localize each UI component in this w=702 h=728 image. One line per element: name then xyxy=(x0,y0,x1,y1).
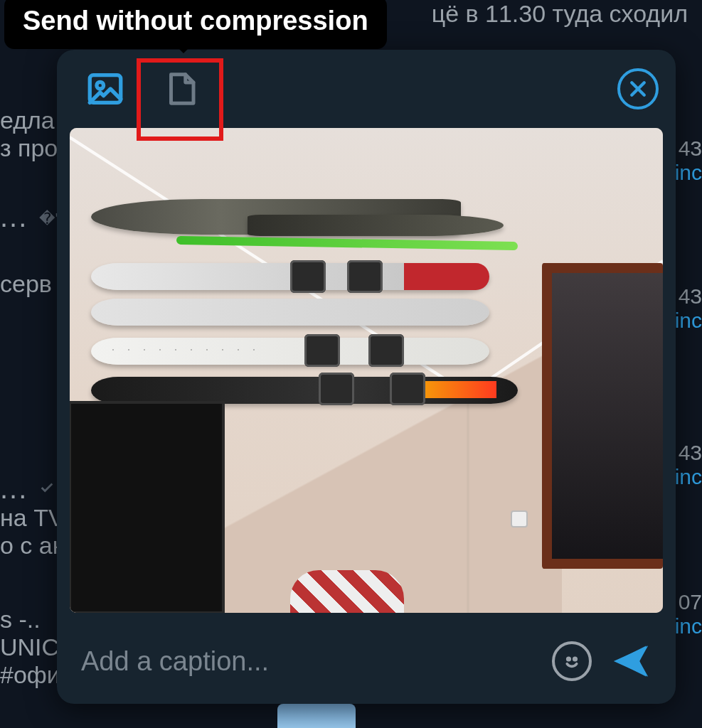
bg-text-fragment: s -.. xyxy=(0,606,41,633)
bg-link-fragment: inc xyxy=(675,465,702,488)
modal-header xyxy=(57,50,676,128)
bg-text-fragment: на TV xyxy=(0,504,65,531)
bg-timestamp: 43 xyxy=(679,441,702,464)
attachment-modal xyxy=(57,50,676,704)
bg-link-fragment: inc xyxy=(675,309,702,332)
bg-ellipsis: ... xyxy=(0,473,28,504)
bg-timestamp: 07 xyxy=(679,590,702,614)
emoji-button[interactable] xyxy=(552,641,592,681)
bg-text-fragment: о с ан xyxy=(0,532,66,559)
bg-link-fragment: inc xyxy=(675,161,702,184)
modal-footer xyxy=(57,619,676,704)
preview-image xyxy=(70,128,663,613)
photo-icon xyxy=(85,68,126,109)
svg-point-1 xyxy=(97,82,104,89)
caption-input[interactable] xyxy=(81,646,538,677)
bg-text-fragment: UNIC xyxy=(0,633,59,660)
svg-point-2 xyxy=(568,658,570,660)
bg-text-fragment: серв xyxy=(0,270,52,298)
bg-text-fragment: з про xyxy=(0,134,58,161)
attachment-preview[interactable] xyxy=(70,128,663,613)
file-icon xyxy=(161,68,200,109)
bg-text-fragment: едла xyxy=(0,107,55,134)
send-button[interactable] xyxy=(606,636,656,686)
emoji-icon xyxy=(559,648,585,674)
tooltip-send-without-compression: Send without compression xyxy=(4,0,387,49)
send-icon xyxy=(610,641,652,682)
close-button[interactable] xyxy=(617,68,659,109)
bg-timestamp: 43 xyxy=(679,284,702,308)
tooltip-text: Send without compression xyxy=(23,6,368,36)
bg-text-fragment: #офи xyxy=(0,661,60,688)
send-as-file-button[interactable] xyxy=(149,58,212,120)
close-icon xyxy=(627,78,649,100)
sent-check-icon xyxy=(39,480,55,496)
svg-point-3 xyxy=(574,658,577,660)
bg-timestamp: 43 xyxy=(679,136,702,160)
send-as-photo-button[interactable] xyxy=(74,58,137,120)
bg-link-fragment: inc xyxy=(675,614,702,638)
bg-ellipsis: ... xyxy=(0,201,28,232)
bg-thumbnail xyxy=(277,704,356,728)
